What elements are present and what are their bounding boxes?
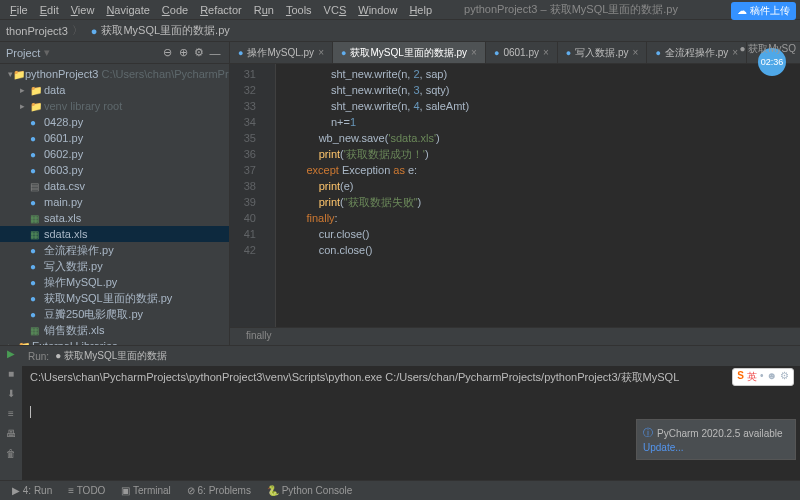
menu-edit[interactable]: Edit [34,4,65,16]
expand-icon[interactable]: ⊕ [175,46,191,59]
tree-item[interactable]: ●0603.py [0,162,229,178]
stop-icon[interactable]: ■ [4,368,18,382]
tree-item[interactable]: ▸📁data [0,82,229,98]
run-toolbar: ▶ ■ ⬇ ≡ 🖶 🗑 [0,346,22,480]
update-notification[interactable]: ⓘPyCharm 2020.2.5 available Update... [636,419,796,460]
bottom-toolbar: ▶ 4: Run ≡ TODO ▣ Terminal ⊘ 6: Problems… [0,480,800,500]
menu-window[interactable]: Window [352,4,403,16]
rerun-icon[interactable]: ▶ [4,348,18,362]
window-title: pythonProject3 – 获取MySQL里面的数据.py [458,2,684,17]
trash-icon[interactable]: 🗑 [4,448,18,462]
upload-button[interactable]: ☁ 稿件上传 [731,2,796,20]
tree-item[interactable]: ●main.py [0,194,229,210]
tree-item[interactable]: ▸📁External Libraries [0,338,229,345]
tree-item[interactable]: ●获取MySQL里面的数据.py [0,290,229,306]
breadcrumb-project[interactable]: thonProject3 [6,25,68,37]
fold-gutter [262,64,276,327]
down-icon[interactable]: ⬇ [4,388,18,402]
tree-item[interactable]: ●豆瓣250电影爬取.py [0,306,229,322]
tree-item[interactable]: ▦sata.xls [0,210,229,226]
line-gutter: 313233343536373839404142 [230,64,262,327]
run-tab[interactable]: ● 获取MySQL里面的数据 [49,349,173,363]
breadcrumb-file[interactable]: 获取MySQL里面的数据.py [101,23,229,38]
editor-area: ●操作MySQL.py ×●获取MySQL里面的数据.py ×●0601.py … [230,42,800,345]
editor-tab[interactable]: ●获取MySQL里面的数据.py × [333,42,486,64]
project-tree[interactable]: ▾📁pythonProject3 C:\Users\chan\PycharmPr… [0,64,229,345]
hide-icon[interactable]: — [207,47,223,59]
collapse-icon[interactable]: ⊖ [159,46,175,59]
text-cursor [30,406,31,418]
menu-help[interactable]: Help [403,4,438,16]
menu-view[interactable]: View [65,4,101,16]
tab-problems[interactable]: ⊘ 6: Problems [179,485,259,496]
menu-run[interactable]: Run [248,4,280,16]
ime-bar[interactable]: S英•☻⚙ [732,368,794,386]
menu-vcs[interactable]: VCS [318,4,353,16]
tree-item[interactable]: ●0602.py [0,146,229,162]
editor-tab[interactable]: ●操作MySQL.py × [230,42,333,64]
menu-navigate[interactable]: Navigate [100,4,155,16]
tab-run[interactable]: ▶ 4: Run [4,485,60,496]
tree-item[interactable]: ●0601.py [0,130,229,146]
menu-tools[interactable]: Tools [280,4,318,16]
tab-todo[interactable]: ≡ TODO [60,485,113,496]
editor-tab[interactable]: ●0601.py × [486,42,558,64]
editor-tab[interactable]: ●全流程操作.py × [647,42,747,64]
overflow-tab[interactable]: ● 获取MySQ [739,42,796,56]
tree-item[interactable]: ▾📁pythonProject3 C:\Users\chan\PycharmPr… [0,66,229,82]
tree-item[interactable]: ▸📁venv library root [0,98,229,114]
tree-item[interactable]: ▤data.csv [0,178,229,194]
print-icon[interactable]: 🖶 [4,428,18,442]
project-label[interactable]: Project [6,47,40,59]
tab-terminal[interactable]: ▣ Terminal [113,485,178,496]
project-sidebar: Project ▾ ⊖ ⊕ ⚙ — ▾📁pythonProject3 C:\Us… [0,42,230,345]
tree-item[interactable]: ▦销售数据.xls [0,322,229,338]
tab-pyconsole[interactable]: 🐍 Python Console [259,485,360,496]
editor-tab[interactable]: ●写入数据.py × [558,42,648,64]
gear-icon[interactable]: ⚙ [191,46,207,59]
menu-refactor[interactable]: Refactor [194,4,248,16]
run-label: Run: [28,351,49,362]
tree-item[interactable]: ▦sdata.xls [0,226,229,242]
menu-file[interactable]: File [4,4,34,16]
tree-item[interactable]: ●写入数据.py [0,258,229,274]
tree-item[interactable]: ●操作MySQL.py [0,274,229,290]
menu-code[interactable]: Code [156,4,194,16]
editor-tabs: ●操作MySQL.py ×●获取MySQL里面的数据.py ×●0601.py … [230,42,800,64]
tree-item[interactable]: ●全流程操作.py [0,242,229,258]
python-icon: ● [91,25,98,37]
menu-bar: File Edit View Navigate Code Refactor Ru… [0,0,800,20]
scope-crumb[interactable]: finally [230,327,800,345]
breadcrumb-bar: thonProject3 〉 ● 获取MySQL里面的数据.py [0,20,800,42]
update-link[interactable]: Update... [643,442,789,453]
layout-icon[interactable]: ≡ [4,408,18,422]
tree-item[interactable]: ●0428.py [0,114,229,130]
code-editor[interactable]: sht_new.write(n, 2, sap) sht_new.write(n… [276,64,800,327]
